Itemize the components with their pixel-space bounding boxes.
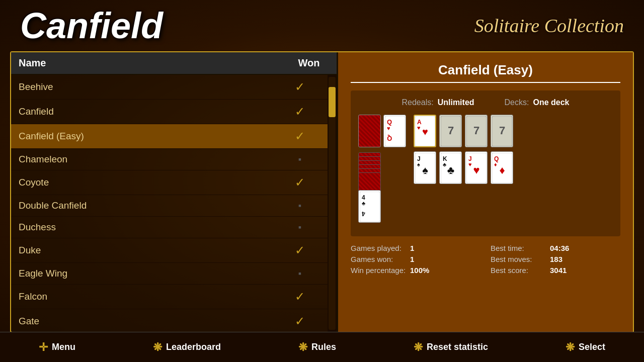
stats-col-right: Best time: 04:36 Best moves: 183 Best sc… [491,244,620,275]
svg-text:♥: ♥ [387,125,390,131]
games-won-row: Games won: 1 [351,255,480,263]
best-moves-row: Best moves: 183 [491,255,620,263]
list-item-selected[interactable]: Canfield (Easy) ✓ [11,124,328,149]
game-list: Beehive ✓ Canfield ✓ Canfield (Easy) ✓ C… [11,75,337,332]
scrollbar[interactable] [328,75,337,332]
no-win-icon: ▪ [298,154,301,165]
svg-text:♦: ♦ [494,161,497,167]
decks-value: One deck [533,98,569,107]
svg-text:Q: Q [387,135,392,142]
foundation-heart: A ♥ ♥ [414,115,436,147]
rules-nav-item[interactable]: ❋ Rules [298,341,336,354]
best-time-value: 04:36 [550,244,569,252]
menu-nav-item[interactable]: ✛ Menu [39,341,75,354]
svg-text:7: 7 [499,124,505,137]
stock-pile: Q ♥ Q [358,115,406,147]
list-item[interactable]: Canfield ✓ [11,100,328,124]
games-played-label: Games played: [351,244,406,252]
stats-section: Games played: 1 Games won: 1 Win percent… [351,244,620,275]
detail-title: Canfield (Easy) [351,62,620,83]
stock-waste-area: Q ♥ Q [358,115,406,223]
svg-text:♣: ♣ [362,200,365,206]
reset-label: Reset statistic [427,342,488,352]
list-item[interactable]: Gate ✓ [11,309,328,332]
list-item[interactable]: Falcon ✓ [11,285,328,309]
queen-card-svg: Q ♥ Q [385,116,405,146]
svg-text:♦: ♦ [499,164,505,176]
tableau-row: J ♠ ♠ K ♣ ♣ [414,151,613,184]
svg-text:♣: ♣ [447,164,454,176]
games-played-value: 1 [410,244,414,252]
tableau-heart: J ♥ ♥ [465,151,488,184]
column-name: Name [19,57,289,69]
waste-card: Q ♥ Q [383,115,406,147]
leaderboard-nav-item[interactable]: ❋ Leaderboard [153,341,221,354]
svg-text:Q: Q [387,118,392,126]
foundation-7-3: 7 [491,115,513,147]
list-item[interactable]: Chameleon ▪ [11,149,328,170]
list-item[interactable]: Eagle Wing ▪ [11,263,328,285]
won-check-icon: ✓ [295,290,305,304]
svg-text:7: 7 [447,124,453,137]
best-moves-value: 183 [550,255,562,263]
won-check-icon: ✓ [295,105,305,119]
rules-label: Rules [311,342,336,352]
svg-text:4: 4 [361,210,365,217]
scroll-thumb[interactable] [329,87,336,117]
svg-text:♥: ♥ [422,126,428,137]
games-won-value: 1 [410,255,414,263]
won-check-icon: ✓ [295,243,305,257]
no-win-icon: ▪ [298,201,301,211]
rules-icon: ❋ [298,341,307,354]
svg-text:♣: ♣ [443,161,446,167]
won-check-icon: ✓ [295,175,305,190]
tableau-jack: J ♠ ♠ [414,151,436,184]
main-panel: Name Won Beehive ✓ Canfield ✓ Canfield (… [10,51,634,333]
column-won: Won [289,57,329,69]
redeals-info: Redeals: Unlimited [402,98,474,107]
won-check-icon: ✓ [295,80,305,94]
list-item[interactable]: Duke ✓ [11,238,328,263]
collection-subtitle: Solitaire Collection [474,15,624,37]
svg-text:♠: ♠ [422,164,428,176]
foundation-row: A ♥ ♥ 7 [414,115,613,147]
select-label: Select [579,342,605,352]
games-played-row: Games played: 1 [351,244,480,252]
game-info-row: Redeals: Unlimited Decks: One deck [358,98,613,107]
no-win-icon: ▪ [298,268,301,279]
list-header: Name Won [11,52,337,75]
reset-icon: ❋ [414,341,423,354]
svg-text:♥: ♥ [468,161,472,167]
game-list-panel: Name Won Beehive ✓ Canfield ✓ Canfield (… [11,52,338,332]
menu-label: Menu [52,342,75,352]
foundation-tableau-area: A ♥ ♥ 7 [414,115,613,223]
win-pct-label: Win percentage: [351,266,406,275]
best-score-row: Best score: 3041 [491,266,620,275]
win-pct-row: Win percentage: 100% [351,266,480,275]
list-item[interactable]: Double Canfield ▪ [11,195,328,217]
tableau-diamond: Q ♦ ♦ [491,151,513,184]
list-item[interactable]: Beehive ✓ [11,75,328,100]
face-up-card: 4 ♣ 4 [358,190,381,223]
game-preview: Redeals: Unlimited Decks: One deck [351,90,620,236]
stock-card [358,115,381,147]
decks-info: Decks: One deck [505,98,570,107]
foundation-7-1: 7 [439,115,462,147]
reset-nav-item[interactable]: ❋ Reset statistic [414,341,488,354]
card-preview: Q ♥ Q [358,115,613,223]
bottom-nav: ✛ Menu ❋ Leaderboard ❋ Rules ❋ Reset sta… [0,332,644,362]
svg-text:♥: ♥ [417,125,421,131]
scroll-track [329,77,336,330]
game-list-items: Beehive ✓ Canfield ✓ Canfield (Easy) ✓ C… [11,75,328,332]
win-pct-value: 100% [410,266,429,275]
leaderboard-label: Leaderboard [166,342,221,352]
svg-text:♠: ♠ [417,161,420,167]
select-nav-item[interactable]: ❋ Select [566,341,605,354]
tableau-king: K ♣ ♣ [439,151,462,184]
stats-col-left: Games played: 1 Games won: 1 Win percent… [351,244,480,275]
redeals-value: Unlimited [438,98,474,107]
list-item[interactable]: Coyote ✓ [11,170,328,195]
won-check-icon: ✓ [295,314,305,328]
svg-text:♥: ♥ [473,164,479,176]
list-item[interactable]: Duchess ▪ [11,217,328,238]
